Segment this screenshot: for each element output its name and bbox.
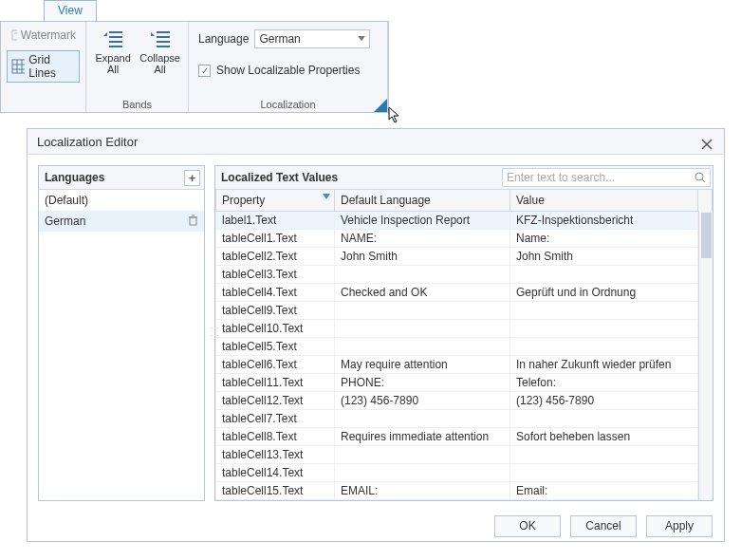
cell-val[interactable]: Email:	[510, 481, 698, 499]
cell-def[interactable]: Vehicle Inspection Report	[335, 211, 510, 229]
svg-marker-18	[374, 99, 387, 112]
cell-val[interactable]	[510, 265, 698, 283]
scrollbar[interactable]	[698, 211, 713, 500]
cell-prop[interactable]: tableCell7.Text	[216, 409, 335, 427]
cell-val[interactable]: Sofort beheben lassen	[510, 427, 698, 445]
cell-def[interactable]	[335, 445, 510, 463]
cell-val[interactable]	[510, 319, 698, 337]
cell-def[interactable]	[335, 319, 510, 337]
localization-editor: Localization Editor Languages + (Default…	[27, 128, 725, 542]
cell-prop[interactable]: tableCell12.Text	[216, 391, 335, 409]
cell-prop[interactable]: tableCell9.Text	[216, 301, 335, 319]
filter-icon[interactable]	[323, 194, 330, 199]
cell-val[interactable]: Telefon:	[510, 373, 698, 391]
cell-prop[interactable]: tableCell15.Text	[216, 481, 335, 499]
language-value: German	[259, 32, 300, 46]
cell-def[interactable]: Requires immediate attention	[335, 427, 510, 445]
cell-def[interactable]: May require attention	[335, 355, 510, 373]
cell-def[interactable]	[335, 265, 510, 283]
cell-val[interactable]: John Smith	[510, 247, 698, 265]
column-value[interactable]: Value	[510, 190, 698, 211]
close-button[interactable]	[697, 135, 716, 154]
cell-prop[interactable]: tableCell5.Text	[216, 337, 335, 355]
cell-def[interactable]	[335, 463, 510, 481]
ok-button[interactable]: OK	[494, 515, 561, 537]
table-row[interactable]: tableCell11.TextPHONE:Telefon:	[216, 373, 713, 391]
language-item[interactable]: (Default)	[39, 190, 204, 211]
cell-val[interactable]	[510, 409, 698, 427]
cell-def[interactable]: EMAIL:	[335, 481, 510, 499]
cell-def[interactable]: John Smith	[335, 247, 510, 265]
cell-prop[interactable]: tableCell1.Text	[216, 229, 335, 247]
svg-marker-17	[358, 36, 365, 41]
cell-prop[interactable]: tableCell2.Text	[216, 247, 335, 265]
bands-group-label: Bands	[92, 97, 182, 110]
svg-marker-12	[151, 32, 155, 36]
show-localizable-checkbox[interactable]: ✓	[198, 65, 211, 77]
table-row[interactable]: tableCell1.TextNAME:Name:	[216, 229, 713, 247]
table-row[interactable]: tableCell10.Text	[216, 319, 713, 337]
svg-rect-0	[12, 30, 17, 40]
ribbon: Watermark Grid Lines	[0, 21, 389, 113]
language-item[interactable]: German	[39, 211, 204, 232]
cell-def[interactable]: Checked and OK	[335, 283, 510, 301]
ribbon-tab-view[interactable]: View	[44, 0, 97, 22]
table-row[interactable]: tableCell13.Text	[216, 445, 713, 463]
table-row[interactable]: label1.TextVehicle Inspection ReportKFZ-…	[216, 211, 713, 229]
cell-prop[interactable]: tableCell11.Text	[216, 373, 335, 391]
cell-val[interactable]	[510, 445, 698, 463]
cell-prop[interactable]: tableCell3.Text	[216, 265, 335, 283]
cell-prop[interactable]: tableCell14.Text	[216, 463, 335, 481]
splitter-handle[interactable]: ⋮⋮	[210, 324, 219, 339]
cell-def[interactable]	[335, 409, 510, 427]
cell-val[interactable]: Geprüft und in Ordnung	[510, 283, 698, 301]
cell-def[interactable]: (123) 456-7890	[335, 391, 510, 409]
table-row[interactable]: tableCell6.TextMay require attentionIn n…	[216, 355, 713, 373]
cell-prop[interactable]: label1.Text	[216, 211, 335, 229]
expand-icon	[102, 28, 124, 50]
cell-val[interactable]: (123) 456-7890	[510, 391, 698, 409]
language-dropdown[interactable]: German	[254, 29, 370, 48]
table-row[interactable]: tableCell2.TextJohn SmithJohn Smith	[216, 247, 713, 265]
values-table: Property Default Language Value label1.T…	[215, 190, 713, 500]
trash-icon[interactable]	[188, 215, 198, 228]
gridlines-button[interactable]: Grid Lines	[7, 50, 80, 83]
apply-button[interactable]: Apply	[646, 515, 713, 537]
collapse-all-button[interactable]: Collapse All	[138, 26, 182, 77]
ribbon-expand-icon[interactable]	[374, 99, 387, 112]
add-language-button[interactable]: +	[184, 170, 200, 186]
search-input[interactable]: Enter text to search...	[502, 168, 711, 187]
cancel-button[interactable]: Cancel	[570, 515, 637, 537]
cell-val[interactable]	[510, 463, 698, 481]
table-row[interactable]: tableCell5.Text	[216, 337, 713, 355]
scrollbar-thumb[interactable]	[701, 213, 712, 258]
values-panel: Localized Text Values Enter text to sear…	[214, 165, 713, 501]
cell-prop[interactable]: tableCell4.Text	[216, 283, 335, 301]
chevron-down-icon	[358, 36, 365, 42]
table-row[interactable]: tableCell15.TextEMAIL:Email:	[216, 481, 713, 499]
cell-def[interactable]	[335, 337, 510, 355]
expand-all-button[interactable]: Expand All	[92, 26, 134, 77]
column-default[interactable]: Default Language	[335, 190, 510, 211]
cell-def[interactable]: NAME:	[335, 229, 510, 247]
table-row[interactable]: tableCell14.Text	[216, 463, 713, 481]
cell-val[interactable]: In naher Zukunft wieder prüfen	[510, 355, 698, 373]
cell-def[interactable]	[335, 301, 510, 319]
table-row[interactable]: tableCell12.Text(123) 456-7890(123) 456-…	[216, 391, 713, 409]
cell-val[interactable]: Name:	[510, 229, 698, 247]
cell-prop[interactable]: tableCell8.Text	[216, 427, 335, 445]
table-row[interactable]: tableCell4.TextChecked and OKGeprüft und…	[216, 283, 713, 301]
cell-prop[interactable]: tableCell13.Text	[216, 445, 335, 463]
cell-val[interactable]	[510, 301, 698, 319]
cell-prop[interactable]: tableCell6.Text	[216, 355, 335, 373]
cell-prop[interactable]: tableCell10.Text	[216, 319, 335, 337]
table-row[interactable]: tableCell8.TextRequires immediate attent…	[216, 427, 713, 445]
table-row[interactable]: tableCell3.Text	[216, 265, 713, 283]
table-row[interactable]: tableCell9.Text	[216, 301, 713, 319]
column-property[interactable]: Property	[216, 190, 335, 211]
cell-val[interactable]	[510, 337, 698, 355]
cell-val[interactable]: KFZ-Inspektionsbericht	[510, 211, 698, 229]
watermark-button[interactable]: Watermark	[7, 26, 80, 45]
table-row[interactable]: tableCell7.Text	[216, 409, 713, 427]
cell-def[interactable]: PHONE:	[335, 373, 510, 391]
